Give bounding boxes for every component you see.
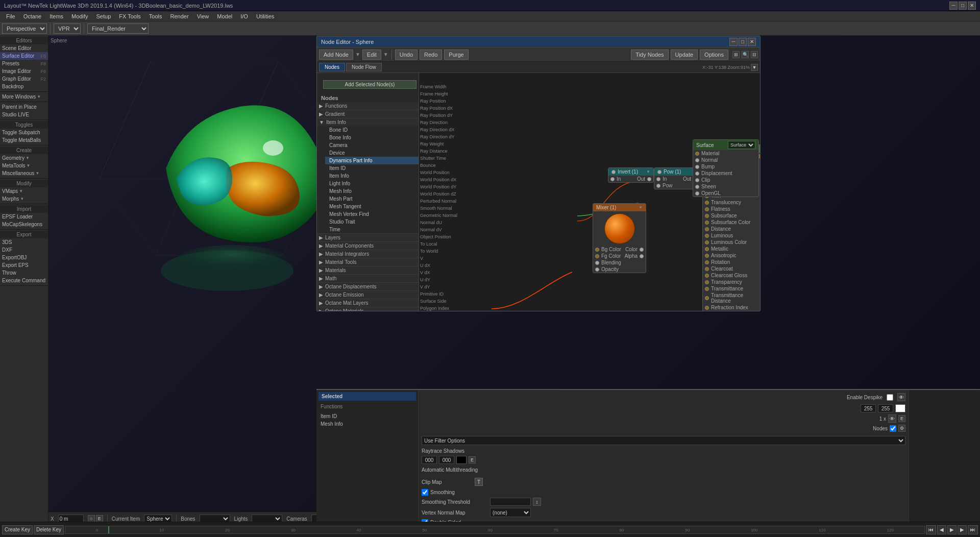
sidebar-surface-editor[interactable]: Surface Editor F5 xyxy=(0,52,48,60)
tree-mesh-tangent[interactable]: Mesh Tangent xyxy=(325,203,419,210)
tree-mesh-vertex-find[interactable]: Mesh Vertex Find xyxy=(325,210,419,218)
despike-eye-btn[interactable]: 👁 xyxy=(897,393,905,401)
oct-mat-layers-header[interactable]: ▶ Octane Mat Layers xyxy=(317,299,419,307)
math-header[interactable]: ▶ Math xyxy=(317,275,419,282)
tree-dynamics-part-info[interactable]: Dynamics Part Info xyxy=(325,157,419,164)
sidebar-3ds[interactable]: 3DS xyxy=(0,238,48,246)
color-swatch[interactable] xyxy=(895,404,905,412)
1x-eye-btn[interactable]: 👁 xyxy=(888,414,896,423)
next-frame-btn[interactable]: ▶ xyxy=(958,525,967,534)
delete-key-btn[interactable]: Delete Key xyxy=(34,525,64,534)
sidebar-studio-live[interactable]: Studio LIVE xyxy=(0,111,48,118)
mat-integrators-header[interactable]: ▶ Material Integrators xyxy=(317,250,419,258)
play-btn[interactable]: ▶ xyxy=(947,525,957,534)
final-render-select[interactable]: Final_Render xyxy=(87,23,149,34)
sidebar-morphs[interactable]: Morphs ▼ xyxy=(0,195,48,203)
nodes-tab[interactable]: Nodes xyxy=(319,63,345,71)
surface-select[interactable]: Surface xyxy=(728,141,755,149)
gradient-header[interactable]: ▶ Gradient xyxy=(317,110,419,118)
ne-icon2[interactable]: 🔍 xyxy=(742,51,749,58)
menu-model[interactable]: Model xyxy=(213,11,236,21)
tree-item-info[interactable]: Item Info xyxy=(325,172,419,180)
menu-file[interactable]: File xyxy=(2,11,19,21)
mat-components-header[interactable]: ▶ Material Components xyxy=(317,242,419,250)
sidebar-toggle-metaballs[interactable]: Toggle MetaBalls xyxy=(0,136,48,144)
ne-close[interactable]: ✕ xyxy=(748,38,756,46)
layers-header[interactable]: ▶ Layers xyxy=(317,234,419,241)
materials-header[interactable]: ▶ Materials xyxy=(317,266,419,274)
sidebar-metatools[interactable]: MetaTools ▼ xyxy=(0,162,48,169)
tree-bone-id[interactable]: Bone ID xyxy=(325,126,419,134)
sidebar-throw[interactable]: Throw xyxy=(0,269,48,277)
node-canvas[interactable]: Frame Width Frame Height Ray Position Ra… xyxy=(419,73,760,311)
smoothing-arrow-btn[interactable]: ↕ xyxy=(533,498,541,506)
tree-item-id[interactable]: Item ID xyxy=(325,164,419,172)
sidebar-export-eps[interactable]: Export EPS xyxy=(0,261,48,269)
sidebar-toggle-subpatch[interactable]: Toggle Subpatch xyxy=(0,129,48,136)
menu-items[interactable]: Items xyxy=(45,11,67,21)
surface-output-node[interactable]: Surface Surface Material Normal Bump xyxy=(693,139,759,197)
menu-render[interactable]: Render xyxy=(166,11,193,21)
go-end-btn[interactable]: ⏭ xyxy=(968,525,978,534)
sidebar-parent-in-place[interactable]: Parent in Place xyxy=(0,103,48,111)
tidy-nodes-btn[interactable]: Tidy Nodes xyxy=(631,50,668,60)
menu-io[interactable]: I/O xyxy=(236,11,252,21)
undo-btn[interactable]: Undo xyxy=(395,50,418,60)
vertex-normal-select[interactable]: (none) xyxy=(490,508,531,517)
prev-frame-btn[interactable]: ◀ xyxy=(937,525,946,534)
maximize-btn[interactable]: □ xyxy=(959,2,967,10)
item-info-header[interactable]: ▼ Item Info xyxy=(317,118,419,126)
close-btn[interactable]: ✕ xyxy=(968,2,976,10)
nodes-checkbox[interactable] xyxy=(890,425,896,432)
menu-utilities[interactable]: Utilities xyxy=(252,11,278,21)
menu-setup[interactable]: Setup xyxy=(92,11,115,21)
mat-tools-header[interactable]: ▶ Material Tools xyxy=(317,258,419,266)
go-start-btn[interactable]: ⏮ xyxy=(926,525,936,534)
sidebar-mocap[interactable]: MoCapSkelegons xyxy=(0,221,48,228)
sidebar-dxf[interactable]: DXF xyxy=(0,246,48,254)
oct-displ-header[interactable]: ▶ Octane Displacements xyxy=(317,283,419,290)
tree-mesh-info[interactable]: Mesh Info xyxy=(325,187,419,195)
collapse-btn[interactable]: ▼ xyxy=(751,64,758,71)
shadow-r[interactable] xyxy=(422,456,437,464)
shadow-e-btn[interactable]: E xyxy=(469,456,476,463)
oct-emit-header[interactable]: ▶ Octane Emission xyxy=(317,291,419,299)
1x-e-btn[interactable]: E xyxy=(898,415,905,422)
sidebar-more-windows[interactable]: More Windows ▼ xyxy=(0,93,48,101)
oct-materials-header[interactable]: ▶ Octane Materials xyxy=(317,307,419,311)
sidebar-misc[interactable]: Miscellaneous ▼ xyxy=(0,169,48,177)
shadow-g[interactable] xyxy=(439,456,454,464)
menu-view[interactable]: View xyxy=(193,11,213,21)
nodes-settings-btn[interactable]: ⚙ xyxy=(898,425,905,432)
filter-options-select[interactable]: Use Filter Options xyxy=(422,436,905,445)
menu-fxtools[interactable]: FX Tools xyxy=(115,11,145,21)
sidebar-graph-editor[interactable]: Graph Editor F2 xyxy=(0,75,48,83)
purge-btn[interactable]: Purge xyxy=(444,50,468,60)
ne-minimize[interactable]: ─ xyxy=(729,38,738,46)
smoothing-threshold-input[interactable]: 89.524655° xyxy=(490,498,531,506)
redo-btn[interactable]: Redo xyxy=(420,50,442,60)
sidebar-backdrop[interactable]: Backdrop xyxy=(0,83,48,90)
vpr-select[interactable]: VPR xyxy=(54,23,81,34)
sidebar-image-editor[interactable]: Image Editor F6 xyxy=(0,67,48,75)
sidebar-presets[interactable]: Presets F8 xyxy=(0,60,48,67)
smoothing-checkbox[interactable] xyxy=(422,489,428,496)
ne-maximize[interactable]: □ xyxy=(739,38,747,46)
tree-mesh-part[interactable]: Mesh Part xyxy=(325,195,419,203)
sidebar-vmaps[interactable]: VMaps ▼ xyxy=(0,187,48,195)
menu-tools[interactable]: Tools xyxy=(145,11,166,21)
update-btn[interactable]: Update xyxy=(671,50,698,60)
edit-btn[interactable]: Edit xyxy=(362,50,381,60)
tree-time[interactable]: Time xyxy=(325,226,419,233)
sidebar-exportobj[interactable]: ExportOBJ xyxy=(0,254,48,261)
invert-node[interactable]: Invert (1) ▼ In Out xyxy=(608,167,654,183)
x-reset-btn[interactable]: ○ xyxy=(88,515,95,522)
node-flow-tab[interactable]: Node Flow xyxy=(346,63,382,71)
menu-octane[interactable]: Octane xyxy=(19,11,45,21)
perspective-select[interactable]: Perspective xyxy=(2,23,47,34)
shadow-swatch[interactable] xyxy=(456,456,467,464)
menu-modify[interactable]: Modify xyxy=(67,11,92,21)
ne-icon1[interactable]: ⊞ xyxy=(732,51,740,58)
sidebar-epsf[interactable]: EPSF Loader xyxy=(0,213,48,221)
despike-checkbox[interactable] xyxy=(887,394,893,401)
